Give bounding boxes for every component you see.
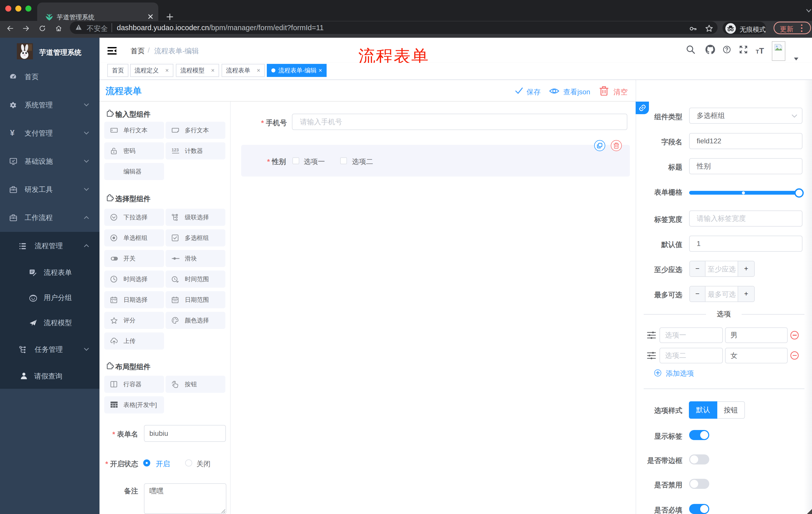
- svg-text:123: 123: [172, 147, 179, 153]
